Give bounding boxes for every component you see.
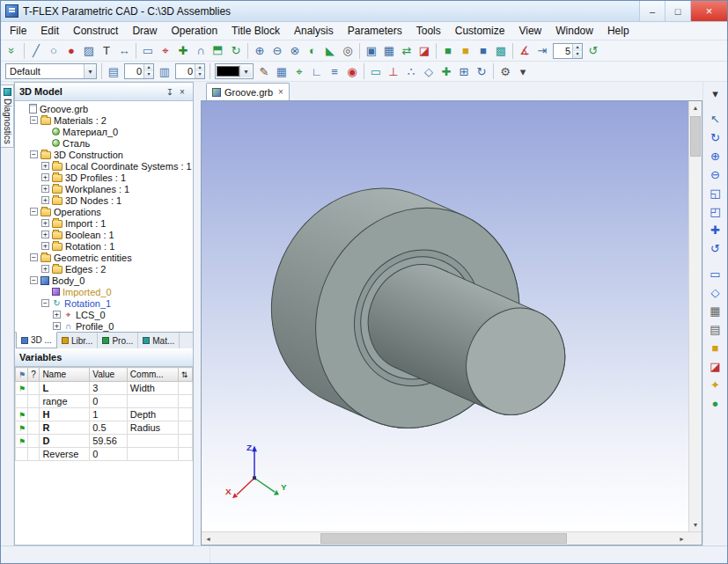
panel-tab-pro[interactable]: Pro... <box>98 333 138 348</box>
variable-flag-cell[interactable]: ⚑ <box>16 421 28 435</box>
layer-icon[interactable]: ▤ <box>105 62 122 80</box>
show-lcs-icon[interactable]: ⊥ <box>385 62 402 80</box>
variable-extra-cell[interactable] <box>178 421 192 435</box>
dimension-icon[interactable]: ↔ <box>115 42 133 60</box>
3d-profile-icon[interactable]: ∩ <box>192 42 210 60</box>
menu-file[interactable]: File <box>3 23 33 39</box>
variable-value-cell[interactable]: 0.5 <box>90 421 128 435</box>
shaded-mode-icon[interactable]: ■ <box>706 339 725 357</box>
show-axes-icon[interactable]: ✚ <box>438 62 455 80</box>
menu-customize[interactable]: Customize <box>448 23 512 39</box>
variable-comment-cell[interactable] <box>127 395 178 408</box>
variable-name-cell[interactable]: L <box>40 382 90 395</box>
expand-icon[interactable]: + <box>41 185 49 193</box>
variable-comment-cell[interactable] <box>127 435 178 448</box>
menu-title-block[interactable]: Title Block <box>224 23 287 39</box>
hole-icon[interactable]: ◎ <box>339 42 357 60</box>
level-icon[interactable]: ▥ <box>156 62 173 80</box>
panel-close-icon[interactable]: × <box>176 87 188 97</box>
variable-value-cell[interactable]: 59.56 <box>90 435 128 448</box>
variable-row-d[interactable]: ⚑D59.56 <box>16 435 193 448</box>
horizontal-scroll-thumb[interactable] <box>320 533 567 544</box>
show-workplanes-icon[interactable]: ▭ <box>367 62 385 80</box>
rotate-view-icon[interactable]: ↻ <box>706 128 725 147</box>
scroll-left-icon[interactable]: ◄ <box>202 532 215 545</box>
level-spinner-buttons[interactable]: ▴▾ <box>195 64 204 78</box>
previous-view-icon[interactable]: ↺ <box>706 239 725 258</box>
variable-extra-cell[interactable] <box>178 395 192 408</box>
layers-icon[interactable]: ≡ <box>326 62 343 80</box>
tree-item-materials-2[interactable]: −Materials : 2 <box>15 114 193 126</box>
boolean-subtract-icon[interactable]: ⊖ <box>268 42 286 60</box>
show-nodes-icon[interactable]: ∴ <box>402 62 420 80</box>
circle-icon[interactable]: ○ <box>45 42 63 60</box>
symmetry-icon[interactable]: ⇄ <box>398 42 415 60</box>
diagnostics-tab[interactable]: Diagnostics <box>1 84 14 148</box>
pin-icon[interactable]: ↧ <box>164 87 176 97</box>
tree-item-operations[interactable]: −Operations <box>15 206 193 217</box>
refresh-view-icon[interactable]: ↻ <box>473 62 490 80</box>
grid-icon[interactable]: ▦ <box>273 62 290 80</box>
snap-icon[interactable]: ⌖ <box>290 62 308 80</box>
regenerate-icon[interactable]: ↺ <box>585 42 602 60</box>
variable-value-cell[interactable]: 3 <box>90 382 128 395</box>
collapse-icon[interactable]: − <box>30 253 38 261</box>
3d-node-icon[interactable]: ✚ <box>174 42 192 60</box>
tree-item-3d-nodes-1[interactable]: +3D Nodes : 1 <box>15 194 193 206</box>
variable-comment-cell[interactable]: Width <box>127 382 178 395</box>
extrusion-icon[interactable]: ◧ <box>210 42 227 60</box>
spinner-up-icon[interactable]: ▴ <box>573 44 582 51</box>
variable-comment-cell[interactable]: Radius <box>127 421 178 435</box>
tree-item-local-coordinate-systems-1[interactable]: +Local Coordinate Systems : 1 <box>15 160 193 172</box>
tree-item-3d-profiles-1[interactable]: +3D Profiles : 1 <box>15 172 193 183</box>
spinner-up-icon[interactable]: ▴ <box>144 64 153 71</box>
tree-item-3d-construction[interactable]: −3D Construction <box>15 149 193 160</box>
tree-item-groove-grb[interactable]: Groove.grb <box>15 103 193 114</box>
collapse-icon[interactable]: − <box>30 276 38 284</box>
variable-row-reverse[interactable]: Reverse0 <box>16 448 193 461</box>
variable-extra-cell[interactable] <box>178 382 192 395</box>
spinner-up-icon[interactable]: ▴ <box>195 64 204 71</box>
variable-flag-cell[interactable] <box>16 448 28 461</box>
array-icon[interactable]: ▦ <box>380 42 398 60</box>
copy-icon[interactable]: ▣ <box>363 42 380 60</box>
zoom-all-icon[interactable]: ◰ <box>706 202 725 221</box>
object-snap-icon[interactable]: ◉ <box>343 62 361 80</box>
spinner-down-icon[interactable]: ▾ <box>195 71 204 78</box>
document-tab[interactable]: Groove.grb × <box>206 83 290 100</box>
tree-item-import-1[interactable]: +Import : 1 <box>15 217 193 229</box>
rotation-icon[interactable]: ↻ <box>227 42 245 60</box>
menu-edit[interactable]: Edit <box>33 23 66 39</box>
light-source-icon[interactable]: ✦ <box>706 376 725 394</box>
ortho-icon[interactable]: ∟ <box>308 62 326 80</box>
zoom-out-icon[interactable]: ⊖ <box>706 165 725 184</box>
collapse-icon[interactable]: − <box>30 116 38 124</box>
menu-tools[interactable]: Tools <box>409 23 448 39</box>
variable-name-cell[interactable]: R <box>40 421 90 435</box>
horizontal-scrollbar[interactable]: ◄ ► <box>202 532 688 545</box>
section-icon[interactable]: ◪ <box>415 42 433 60</box>
menu-view[interactable]: View <box>511 23 548 39</box>
variable-flag-cell[interactable] <box>16 395 28 408</box>
variable-question-cell[interactable] <box>28 382 40 395</box>
scroll-down-icon[interactable]: ▼ <box>689 518 702 531</box>
configuration-combo[interactable]: Default▾ <box>5 63 97 79</box>
tree-item-workplanes-1[interactable]: +Workplanes : 1 <box>15 183 193 194</box>
expand-icon[interactable]: + <box>53 311 61 319</box>
panel-tab-mat[interactable]: Mat... <box>138 333 180 348</box>
layer-spinner[interactable]: 0▴▾ <box>124 63 154 79</box>
dropdown-arrow-icon[interactable]: ▾ <box>239 65 252 77</box>
pencil-icon[interactable]: ✎ <box>255 62 273 80</box>
tree-item-edges-2[interactable]: +Edges : 2 <box>15 263 193 275</box>
horizontal-scroll-track[interactable] <box>215 532 675 545</box>
variable-flag-cell[interactable]: ⚑ <box>16 408 28 421</box>
expand-icon[interactable]: + <box>41 173 49 181</box>
variable-value-cell[interactable]: 0 <box>90 395 128 408</box>
show-edges-icon[interactable]: ◇ <box>420 62 438 80</box>
variable-question-cell[interactable] <box>28 395 40 408</box>
front-view-icon[interactable]: ▭ <box>706 265 725 283</box>
expand-icon[interactable]: + <box>41 219 49 227</box>
collapse-icon[interactable]: − <box>41 299 49 307</box>
menu-operation[interactable]: Operation <box>164 23 224 39</box>
minimize-button[interactable]: – <box>639 1 665 21</box>
